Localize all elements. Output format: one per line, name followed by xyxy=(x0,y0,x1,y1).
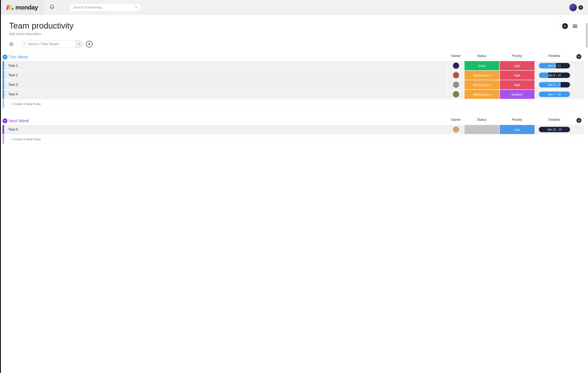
logo-text: monday xyxy=(15,4,38,11)
global-search-input[interactable] xyxy=(73,5,135,10)
activity-icon xyxy=(562,23,568,29)
row-color-bar xyxy=(2,90,4,99)
notifications-button[interactable] xyxy=(44,3,60,12)
group-collapse-button[interactable] xyxy=(2,54,8,59)
group-next-week: Next WeekOwnerStatusPriorityTimeline+Tas… xyxy=(2,117,584,144)
timeline-label: Jan 8 - 11 xyxy=(548,83,561,86)
row-color-bar xyxy=(2,135,4,144)
table-row[interactable]: Task 1DoneHighJan 8 - 11 xyxy=(2,61,584,70)
bell-icon xyxy=(49,4,55,11)
table-row[interactable]: Task 4Working on itMediumJan 7 - 10 xyxy=(2,90,584,99)
status-cell[interactable] xyxy=(464,125,499,134)
group-this-week: This WeekOwnerStatusPriorityTimeline+Tas… xyxy=(2,53,584,108)
owner-avatar xyxy=(453,72,459,78)
task-name[interactable]: Task 3 xyxy=(5,80,448,89)
row-color-bar xyxy=(2,80,4,89)
column-header-priority[interactable]: Priority xyxy=(499,54,535,60)
priority-cell[interactable]: Low xyxy=(500,125,535,134)
board-menu-button[interactable] xyxy=(570,21,580,31)
owner-cell[interactable] xyxy=(448,90,464,99)
user-avatar[interactable] xyxy=(569,3,577,12)
board-title[interactable]: Team productivity xyxy=(9,21,74,31)
priority-cell[interactable]: High xyxy=(500,80,535,89)
timeline-label: Jan 8 - 11 xyxy=(548,64,561,67)
filter-dropdown-button[interactable] xyxy=(75,41,83,48)
column-header-timeline[interactable]: Timeline xyxy=(535,54,574,60)
topbar: monday xyxy=(1,0,588,15)
board-description[interactable]: Add board description xyxy=(9,32,74,36)
global-search[interactable] xyxy=(69,3,142,12)
svg-line-1 xyxy=(137,8,137,8)
user-menu-button[interactable] xyxy=(578,5,583,10)
row-tail xyxy=(574,125,584,134)
activity-button[interactable] xyxy=(560,21,570,31)
timeline-cell[interactable]: Jan 8 - 11 xyxy=(535,61,574,70)
row-tail xyxy=(574,80,584,89)
column-header-owner[interactable]: Owner xyxy=(448,118,464,124)
table-row[interactable]: Task 3Working on itHighJan 8 - 11 xyxy=(2,80,584,89)
add-column-button[interactable]: + xyxy=(574,118,584,124)
status-cell[interactable]: Working on it xyxy=(464,90,499,99)
table-row[interactable]: Task 2Working on itHighJan 9 - 12 xyxy=(2,71,584,80)
task-name[interactable]: Task 4 xyxy=(5,90,448,99)
owner-cell[interactable] xyxy=(448,80,464,89)
board-filter-input[interactable] xyxy=(28,42,75,46)
priority-cell[interactable]: Medium xyxy=(500,90,535,99)
plus-icon: + xyxy=(576,54,581,59)
timeline-label: Jan 7 - 10 xyxy=(548,93,561,96)
group-header: This WeekOwnerStatusPriorityTimeline+ xyxy=(2,53,584,61)
column-header-status[interactable]: Status xyxy=(464,54,499,60)
column-header-timeline[interactable]: Timeline xyxy=(535,118,574,124)
group-header: Next WeekOwnerStatusPriorityTimeline+ xyxy=(2,117,584,125)
search-icon xyxy=(23,42,27,46)
priority-cell[interactable]: High xyxy=(500,61,535,70)
timeline-cell[interactable]: Jan 7 - 10 xyxy=(535,90,574,99)
scrollbar[interactable] xyxy=(586,23,588,48)
column-header-status[interactable]: Status xyxy=(464,118,499,124)
board-filter[interactable] xyxy=(21,40,83,48)
group-collapse-button[interactable] xyxy=(2,118,8,123)
status-cell[interactable]: Working on it xyxy=(464,80,499,89)
logo-icon xyxy=(7,5,14,10)
row-color-bar xyxy=(2,99,4,108)
chevron-down-icon xyxy=(4,56,6,58)
timeline-cell[interactable]: Jan 8 - 11 xyxy=(535,80,574,89)
logo[interactable]: monday xyxy=(1,0,44,15)
status-cell[interactable]: Working on it xyxy=(464,71,499,80)
board-header: Team productivity Add board description xyxy=(1,15,588,38)
status-cell[interactable]: Done xyxy=(464,61,499,70)
task-name[interactable]: Task 5 xyxy=(5,125,448,134)
chevron-down-icon xyxy=(4,119,6,122)
priority-cell[interactable]: High xyxy=(500,71,535,80)
table-row[interactable]: Task 5LowJan 12 - 15 xyxy=(2,125,584,134)
task-name[interactable]: Task 1 xyxy=(5,61,448,70)
new-pulse-row[interactable]: + Create a New Pulse xyxy=(2,135,584,144)
new-pulse-row[interactable]: + Create a New Pulse xyxy=(2,99,584,108)
group-title[interactable]: Next Week xyxy=(9,118,29,123)
add-column-button[interactable]: + xyxy=(574,54,584,60)
board-content: This WeekOwnerStatusPriorityTimeline+Tas… xyxy=(1,53,588,160)
person-filter-button[interactable] xyxy=(86,41,93,47)
search-icon xyxy=(135,5,138,10)
row-color-bar xyxy=(2,61,4,70)
column-header-priority[interactable]: Priority xyxy=(499,118,535,124)
filter-toolbar: i xyxy=(1,38,588,53)
plus-icon: + xyxy=(576,118,581,123)
timeline-label: Jan 12 - 15 xyxy=(547,128,562,131)
column-header-owner[interactable]: Owner xyxy=(448,54,464,60)
svg-line-3 xyxy=(25,44,26,45)
timeline-cell[interactable]: Jan 12 - 15 xyxy=(535,125,574,134)
owner-cell[interactable] xyxy=(448,61,464,70)
group-title[interactable]: This Week xyxy=(9,55,28,59)
owner-avatar xyxy=(453,126,459,133)
task-name[interactable]: Task 2 xyxy=(5,71,448,80)
owner-avatar xyxy=(453,63,459,69)
board-info-button[interactable]: i xyxy=(9,42,14,46)
owner-cell[interactable] xyxy=(448,125,464,134)
chevron-down-icon xyxy=(78,43,80,45)
row-tail xyxy=(574,90,584,99)
new-pulse-label[interactable]: + Create a New Pulse xyxy=(5,99,584,108)
new-pulse-label[interactable]: + Create a New Pulse xyxy=(5,135,584,144)
timeline-cell[interactable]: Jan 9 - 12 xyxy=(535,71,574,80)
owner-cell[interactable] xyxy=(448,71,464,80)
